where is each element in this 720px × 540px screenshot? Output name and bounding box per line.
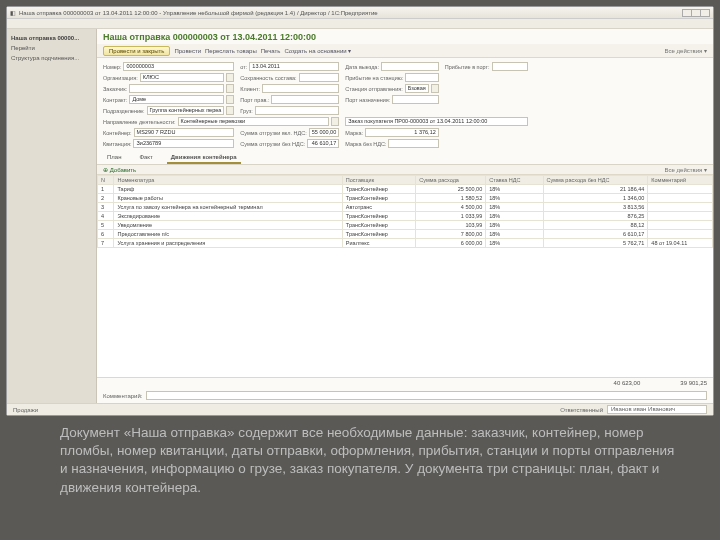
- slide-caption: Документ «Наша отправка» содержит все не…: [60, 424, 680, 497]
- print-button[interactable]: Печать: [261, 48, 281, 54]
- departure-input[interactable]: [381, 62, 439, 71]
- app-icon: ◧: [10, 9, 16, 16]
- dest-port-input[interactable]: [392, 95, 438, 104]
- total-sum-wo: 39 901,25: [680, 380, 707, 386]
- comment-input[interactable]: [146, 391, 707, 400]
- nav-item[interactable]: Структура подчинения...: [11, 53, 92, 63]
- nav-item[interactable]: Наша отправка 00000...: [11, 33, 92, 43]
- select-icon[interactable]: [226, 106, 234, 115]
- activity-input[interactable]: Контейнерные перевозки: [178, 117, 330, 126]
- nav-item[interactable]: Перейти: [11, 43, 92, 53]
- sum-wo-nds-input[interactable]: 46 610,17: [307, 139, 339, 148]
- grid-all-actions[interactable]: Все действия ▾: [665, 166, 707, 173]
- tab-movements[interactable]: Движения контейнера: [167, 152, 241, 164]
- titlebar: ◧ Наша отправка 000000003 от 13.04.2011 …: [7, 7, 713, 19]
- reassign-button[interactable]: Переслать товары: [205, 48, 257, 54]
- arrival-station-input[interactable]: [405, 73, 438, 82]
- doc-title: Наша отправка 000000003 от 13.04.2011 12…: [97, 29, 713, 44]
- customer-input[interactable]: [129, 84, 224, 93]
- add-button[interactable]: ⊕ Добавить: [103, 166, 136, 173]
- grid: N Номенклатура Поставщик Сумма расхода С…: [97, 175, 713, 377]
- all-actions-button[interactable]: Все действия ▾: [665, 47, 707, 54]
- date-input[interactable]: 13.04.2011: [249, 62, 339, 71]
- brand-input[interactable]: 1 376,12: [365, 128, 439, 137]
- client-input[interactable]: [262, 84, 339, 93]
- brand2-input[interactable]: [388, 139, 438, 148]
- post-close-button[interactable]: Провести и закрыть: [103, 46, 170, 56]
- receipt-input[interactable]: Зи236789: [133, 139, 234, 148]
- status-section[interactable]: Продажи: [13, 407, 38, 413]
- menubar: [7, 19, 713, 29]
- select-icon[interactable]: [331, 117, 339, 126]
- select-icon[interactable]: [226, 84, 234, 93]
- table-row[interactable]: 2Крановые работыТрансКонтейнер1 580,5218…: [98, 194, 713, 203]
- subdivision-input[interactable]: Группа контейнерных переа: [147, 106, 225, 115]
- tab-plan[interactable]: План: [103, 152, 125, 164]
- table-row[interactable]: 4ЭкспедированиеТрансКонтейнер1 033,9918%…: [98, 212, 713, 221]
- statusbar: Продажи Ответственный Иванов иван Иванов…: [7, 403, 713, 415]
- number-input[interactable]: 000000003: [123, 62, 234, 71]
- window-title: Наша отправка 000000003 от 13.04.2011 12…: [19, 10, 378, 16]
- sender-station-input[interactable]: Бзовая: [405, 84, 429, 93]
- tab-fact[interactable]: Факт: [135, 152, 156, 164]
- storage-input[interactable]: [299, 73, 340, 82]
- table-row[interactable]: 7Услуга хранения и распределенияРиалтекс…: [98, 239, 713, 248]
- grid-toolbar: ⊕ Добавить Все действия ▾: [97, 165, 713, 175]
- total-sum: 40 623,00: [614, 380, 641, 386]
- tabs: План Факт Движения контейнера: [97, 150, 713, 165]
- table-header: N Номенклатура Поставщик Сумма расхода С…: [98, 176, 713, 185]
- table-row[interactable]: 6Предоставление п/сТрансКонтейнер7 800,0…: [98, 230, 713, 239]
- container-input[interactable]: МS290 7 RZDU: [134, 128, 235, 137]
- order-input[interactable]: Заказ покупателя ПР00-000003 от 13.04.20…: [345, 117, 528, 126]
- responsible-label: Ответственный: [560, 407, 603, 413]
- table-row[interactable]: 3Услуга по завозу контейнера на контейне…: [98, 203, 713, 212]
- select-icon[interactable]: [226, 73, 234, 82]
- select-icon[interactable]: [431, 84, 439, 93]
- comments-row: Комментарий:: [97, 388, 713, 403]
- doc-toolbar: Провести и закрыть Провести Переслать то…: [97, 44, 713, 58]
- app-window: ◧ Наша отправка 000000003 от 13.04.2011 …: [6, 6, 714, 416]
- nav-panel: Наша отправка 00000... Перейти Структура…: [7, 29, 97, 403]
- arrival-input[interactable]: [492, 62, 529, 71]
- cargo-input[interactable]: [255, 106, 339, 115]
- sum-nds-input[interactable]: 55 000,00: [309, 128, 339, 137]
- table-row[interactable]: 5УведомлениеТрансКонтейнер103,9918%88,12: [98, 221, 713, 230]
- org-input[interactable]: КЛЮС: [140, 73, 225, 82]
- responsible-input[interactable]: Иванов иван Иванович: [607, 405, 707, 414]
- porto-input[interactable]: [271, 95, 339, 104]
- totals-row: 40 623,00 39 901,25: [97, 377, 713, 388]
- close-button[interactable]: [700, 9, 710, 17]
- doc-form: Номер:000000003 от:13.04.2011 Дата выезд…: [97, 58, 713, 150]
- main-area: Наша отправка 000000003 от 13.04.2011 12…: [97, 29, 713, 403]
- table-row[interactable]: 1ТарифТрансКонтейнер25 500,0018%21 186,4…: [98, 185, 713, 194]
- post-button[interactable]: Провести: [174, 48, 201, 54]
- select-icon[interactable]: [226, 95, 234, 104]
- window-buttons: [683, 9, 710, 17]
- create-based-button[interactable]: Создать на основании ▾: [284, 47, 351, 54]
- contract-input[interactable]: Доме: [129, 95, 224, 104]
